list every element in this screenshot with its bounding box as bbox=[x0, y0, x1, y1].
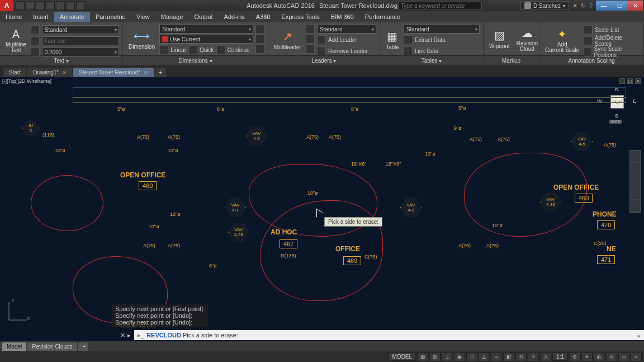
leader-tool3-icon[interactable] bbox=[306, 45, 315, 54]
add-scale-button[interactable]: ✦Add Current Scale bbox=[543, 23, 581, 57]
tab-output[interactable]: Output bbox=[189, 12, 219, 22]
command-grip[interactable]: ✕ ▸ bbox=[0, 329, 134, 341]
scalelist-icon bbox=[584, 25, 593, 34]
linear-icon[interactable] bbox=[159, 45, 168, 54]
dimension-button[interactable]: ⟷ Dimension bbox=[126, 23, 157, 55]
vav-tag: VAV 4-2 bbox=[400, 197, 422, 218]
customize-icon[interactable]: ≡ bbox=[631, 352, 642, 361]
drawing-area[interactable]: [-][Top][2D Wireframe] — □ ✕ TOP N E S W… bbox=[0, 77, 644, 341]
snap-icon[interactable]: ⊞ bbox=[429, 352, 441, 361]
cad-content: OPEN OFFICE 460 OPEN OFFICE 460 AD HOC 4… bbox=[0, 77, 644, 341]
maximize-button[interactable]: □ bbox=[612, 1, 627, 11]
minimize-button[interactable]: — bbox=[596, 1, 612, 11]
sync-scale-icon bbox=[584, 48, 591, 57]
qat-save-icon[interactable] bbox=[36, 1, 45, 10]
tab-addins[interactable]: Add-ins bbox=[219, 12, 250, 22]
cycling-icon[interactable]: ⟲ bbox=[515, 352, 527, 361]
tab-manage[interactable]: Manage bbox=[155, 12, 189, 22]
cloud-icon: ☁ bbox=[522, 26, 533, 40]
layout-tab-add[interactable]: + bbox=[78, 342, 88, 351]
ortho-icon[interactable]: ⊥ bbox=[442, 352, 453, 361]
panel-title-dim[interactable]: Dimensions ▾ bbox=[123, 56, 268, 65]
workspace-icon[interactable]: ⚙ bbox=[569, 352, 580, 361]
annomon-icon[interactable]: + bbox=[528, 352, 539, 361]
qat-redo-icon[interactable] bbox=[76, 1, 85, 10]
dim-usecurrent-combo[interactable]: Use Current bbox=[159, 35, 253, 44]
close-button[interactable]: ✕ bbox=[627, 1, 643, 11]
osnap-icon[interactable]: ◻ bbox=[466, 352, 477, 361]
find-text-input[interactable] bbox=[42, 36, 119, 45]
dim-tool3-icon[interactable] bbox=[255, 45, 264, 54]
tab-parametric[interactable]: Parametric bbox=[90, 12, 131, 22]
help-icon[interactable]: ? bbox=[589, 2, 593, 9]
help-search-input[interactable] bbox=[398, 2, 482, 10]
cmd-close-icon[interactable]: ✕ bbox=[120, 332, 125, 339]
panel-dimensions: ⟷ Dimension Standard Use Current Linear … bbox=[123, 22, 268, 55]
leader-style-combo[interactable]: Standard bbox=[317, 25, 376, 34]
qat-undo-icon[interactable] bbox=[66, 1, 75, 10]
table-style-combo[interactable]: Standard bbox=[404, 25, 480, 34]
tab-annotate[interactable]: Annotate bbox=[54, 12, 90, 22]
tab-view[interactable]: View bbox=[131, 12, 155, 22]
cmd-options-icon[interactable]: ▸ bbox=[127, 332, 131, 339]
tab-insert[interactable]: Insert bbox=[27, 12, 54, 22]
continue-icon[interactable] bbox=[216, 45, 225, 54]
command-input[interactable]: ▸_ REVCLOUD Pick a side to erase: ▴ bbox=[134, 330, 644, 340]
tab-performance[interactable]: Performance bbox=[359, 12, 406, 22]
tab-a360[interactable]: A360 bbox=[250, 12, 276, 22]
close-icon[interactable]: ✕ bbox=[62, 70, 67, 76]
wipeout-button[interactable]: ▨Wipeout bbox=[487, 23, 512, 54]
qat-new-icon[interactable] bbox=[16, 1, 25, 10]
multileader-button[interactable]: ↗ Multileader bbox=[272, 23, 304, 56]
exchange-icon[interactable]: ✕ bbox=[572, 2, 577, 10]
leader-tool1-icon[interactable] bbox=[306, 25, 315, 34]
ribbon: A Multiline Text Standard 0.2000 ⟷ Dimen… bbox=[0, 22, 644, 56]
polar-icon[interactable]: ◉ bbox=[454, 352, 465, 361]
table-button[interactable]: ▦ Table bbox=[383, 23, 401, 56]
room-number: 469 bbox=[343, 256, 361, 265]
qat-saveas-icon[interactable] bbox=[46, 1, 55, 10]
otrack-icon[interactable]: ∠ bbox=[479, 352, 490, 361]
transparency-icon[interactable]: ◧ bbox=[503, 352, 514, 361]
panel-title-leader[interactable]: Leaders ▾ bbox=[268, 56, 380, 65]
dim-tool1-icon[interactable] bbox=[255, 25, 264, 34]
layout-tab-revclouds[interactable]: Revision Clouds bbox=[27, 342, 77, 351]
cleanscreen-icon[interactable]: ▭ bbox=[618, 352, 629, 361]
dim-tool2-icon[interactable] bbox=[255, 35, 264, 44]
lineweight-icon[interactable]: ≡ bbox=[491, 352, 502, 361]
status-scale[interactable]: 1:1 bbox=[552, 352, 568, 361]
tab-bim360[interactable]: BIM 360 bbox=[325, 12, 359, 22]
sync-icon[interactable]: ↻ bbox=[581, 2, 586, 10]
qat-open-icon[interactable] bbox=[26, 1, 35, 10]
revcloud-button[interactable]: ☁Revision Cloud bbox=[514, 23, 540, 54]
filetab-drawing1[interactable]: Drawing1*✕ bbox=[27, 68, 72, 77]
status-model[interactable]: MODEL bbox=[389, 352, 416, 361]
user-account[interactable]: D.Sanchez ▾ bbox=[520, 1, 569, 10]
dim-style-combo[interactable]: Standard bbox=[159, 25, 253, 34]
quick-icon[interactable] bbox=[188, 45, 197, 54]
filetab-steuart[interactable]: Steuart Tower Revcloud*✕ bbox=[73, 68, 154, 77]
leader-tool2-icon[interactable] bbox=[306, 35, 315, 44]
tab-home[interactable]: Home bbox=[0, 12, 27, 22]
text-style-combo[interactable]: Standard bbox=[42, 25, 119, 34]
layout-tab-model[interactable]: Model bbox=[2, 342, 26, 351]
tab-express[interactable]: Express Tools bbox=[276, 12, 325, 22]
multiline-text-button[interactable]: A Multiline Text bbox=[3, 23, 29, 57]
close-icon[interactable]: ✕ bbox=[144, 70, 148, 76]
filetab-start[interactable]: Start bbox=[3, 68, 26, 77]
qat-plot-icon[interactable] bbox=[56, 1, 65, 10]
command-tooltip: Pick a side to erase: bbox=[324, 217, 382, 227]
hardware-icon[interactable]: ◐ bbox=[594, 352, 605, 361]
isolate-icon[interactable]: ◎ bbox=[606, 352, 617, 361]
annovis-icon[interactable]: ✦ bbox=[581, 352, 593, 361]
grid-icon[interactable]: ▦ bbox=[417, 352, 428, 361]
panel-title-table[interactable]: Tables ▾ bbox=[380, 56, 484, 65]
annoscale-icon[interactable]: 人 bbox=[540, 352, 551, 361]
doc-title: Steuart Tower Revcloud.dwg bbox=[319, 2, 397, 9]
filetab-new[interactable]: + bbox=[155, 68, 166, 77]
panel-title-text[interactable]: Text ▾ bbox=[0, 56, 123, 65]
panel-leaders: ↗ Multileader Standard Add Leader Remove… bbox=[268, 22, 380, 55]
app-logo[interactable]: A bbox=[0, 0, 13, 11]
table-icon: ▦ bbox=[387, 30, 397, 43]
text-height-combo[interactable]: 0.2000 bbox=[42, 48, 119, 57]
